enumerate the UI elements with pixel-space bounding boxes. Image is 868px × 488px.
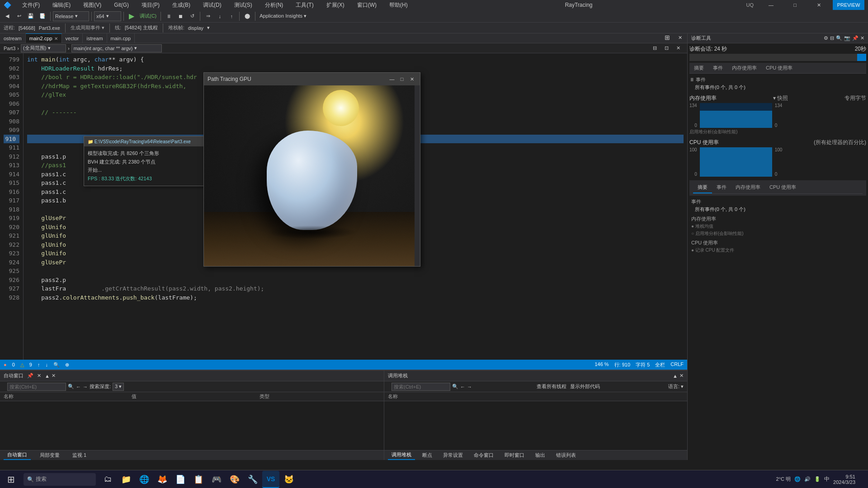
diag-tab-events2[interactable]: 事件 xyxy=(712,182,731,193)
toolbar-back[interactable]: ◀ xyxy=(2,11,13,22)
diag-close-icon[interactable]: ✕ xyxy=(860,35,864,41)
taskbar-app-word[interactable]: 📄 xyxy=(172,471,189,488)
taskbar-app-paint[interactable]: 🎨 xyxy=(226,471,243,488)
menu-test[interactable]: 测试(S) xyxy=(231,0,256,10)
diag-tab-memory2[interactable]: 内存使用率 xyxy=(731,182,765,193)
toolbar-breakpoints[interactable]: ⬤ xyxy=(242,11,253,22)
debug-display[interactable]: display xyxy=(188,25,203,31)
tab-vector[interactable]: vector xyxy=(62,33,83,43)
taskbar-app-clipboard[interactable]: 📋 xyxy=(190,471,207,488)
close-tab-group-btn[interactable]: ✕ xyxy=(675,33,685,43)
taskbar-app-cat[interactable]: 🐱 xyxy=(280,471,297,488)
console-popup[interactable]: 📁 E:\VS5\code\RayTracing\x64\Release\Par… xyxy=(84,136,224,186)
menu-git[interactable]: Git(G) xyxy=(110,0,132,10)
menu-file[interactable]: 文件(F) xyxy=(19,0,43,10)
maximize-panel-btn[interactable]: ▲ xyxy=(45,373,50,379)
menu-edit[interactable]: 编辑(E) xyxy=(49,0,74,10)
tab-errorlist[interactable]: 错误列表 xyxy=(552,451,580,460)
menu-tools[interactable]: 工具(T) xyxy=(292,0,317,10)
close-editor-btn[interactable]: ✕ xyxy=(673,43,684,54)
taskbar-app-files[interactable]: 🗂 xyxy=(99,471,117,488)
toolbar-undo[interactable]: ↩ xyxy=(14,11,24,22)
tab-events[interactable]: 事件 xyxy=(708,63,727,73)
status-filter-icon[interactable]: 🔍 xyxy=(53,362,60,368)
tab-memory[interactable]: 内存使用率 xyxy=(727,63,761,73)
taskbar-app-firefox[interactable]: 🦊 xyxy=(154,471,171,488)
pin-icon[interactable]: 📌 xyxy=(27,373,33,379)
toolbar-restart[interactable]: ↺ xyxy=(187,11,198,22)
tab-output[interactable]: 输出 xyxy=(532,451,549,460)
tab-maincpp[interactable]: main.cpp xyxy=(107,33,135,43)
tab-main2cpp-close[interactable]: ✕ xyxy=(54,36,58,41)
minimize-button[interactable]: — xyxy=(761,0,781,10)
maximize-editor-btn[interactable]: ⊡ xyxy=(661,43,672,54)
diag-pin-icon[interactable]: 📌 xyxy=(852,35,859,41)
path-tracing-window[interactable]: Path Tracing GPU — □ ✕ xyxy=(203,72,420,267)
preview-button[interactable]: PREVIEW xyxy=(833,0,864,10)
toolbar-save[interactable]: 💾 xyxy=(25,11,36,22)
heap-link2[interactable]: ● 堆栈均值 xyxy=(691,223,864,230)
menu-view[interactable]: 视图(V) xyxy=(80,0,105,10)
maximize-callstack-btn[interactable]: ▲ xyxy=(673,373,678,379)
menu-debug[interactable]: 调试(D) xyxy=(199,0,225,10)
split-editor-btn[interactable]: ⊞ xyxy=(662,33,673,43)
taskbar-network-icon[interactable]: 🌐 xyxy=(794,476,801,482)
diag-tab-summary[interactable]: 摘要 xyxy=(693,182,712,193)
heap-analysis2[interactable]: ○ 启用堆分析(会影响性能) xyxy=(691,230,864,237)
platform-dropdown[interactable]: x64 ▾ xyxy=(94,11,121,21)
debug-dropdown-arrow[interactable]: ▾ xyxy=(207,25,210,31)
maximize-button[interactable]: □ xyxy=(785,0,805,10)
tab-exceptions[interactable]: 异常设置 xyxy=(439,451,467,460)
menu-window[interactable]: 窗口(W) xyxy=(354,0,380,10)
callstack-next-btn[interactable]: → xyxy=(467,384,472,389)
diag-camera-icon[interactable]: 📷 xyxy=(844,35,850,41)
cpu-config-link[interactable]: ● 记录 CPU 配置文件 xyxy=(691,247,864,253)
menu-help[interactable]: 帮助(H) xyxy=(386,0,411,10)
pt-maximize-btn[interactable]: □ xyxy=(397,75,406,84)
menu-build[interactable]: 生成(B) xyxy=(169,0,194,10)
view-all-threads-btn[interactable]: 查看所有线程 xyxy=(537,383,566,390)
toolbar-pause[interactable]: ⏸ xyxy=(163,11,174,22)
diag-split-icon[interactable]: ⊟ xyxy=(830,35,834,41)
build-config-dropdown[interactable]: Release ▾ xyxy=(53,11,89,21)
path-tracing-title-bar[interactable]: Path Tracing GPU — □ ✕ xyxy=(204,73,420,85)
tab-cpu[interactable]: CPU 使用率 xyxy=(761,63,797,73)
taskbar-volume-icon[interactable]: 🔊 xyxy=(804,476,811,482)
split-btn[interactable]: ⊟ xyxy=(649,43,660,54)
taskbar-input-icon[interactable]: 中 xyxy=(824,475,830,483)
status-down[interactable]: ↓ xyxy=(45,362,48,367)
menu-analyze[interactable]: 分析(N) xyxy=(261,0,287,10)
toolbar-stepover[interactable]: ⇒ xyxy=(203,11,213,22)
show-external-code-btn[interactable]: 显示外部代码 xyxy=(570,383,600,390)
tab-immediate[interactable]: 即时窗口 xyxy=(501,451,528,460)
status-diff-icon[interactable]: ⊕ xyxy=(65,362,69,368)
tab-breakpoints[interactable]: 断点 xyxy=(419,451,436,460)
tab-command[interactable]: 命令窗口 xyxy=(470,451,497,460)
taskbar-app-explorer[interactable]: 📁 xyxy=(118,471,135,488)
close-button[interactable]: ✕ xyxy=(809,0,829,10)
callstack-prev-btn[interactable]: ← xyxy=(460,384,465,389)
tab-auto-window[interactable]: 自动窗口 xyxy=(4,450,31,460)
tab-summary[interactable]: 摘要 xyxy=(689,63,708,73)
tab-ostream[interactable]: ostream xyxy=(0,33,26,43)
start-button[interactable]: ⊞ xyxy=(0,470,22,488)
run-button[interactable]: ▶ xyxy=(126,11,137,22)
app-insights-label[interactable]: Application Insights ▾ xyxy=(258,11,308,22)
func-dropdown[interactable]: main(int argc, char ** argv) ▾ xyxy=(71,44,162,52)
callstack-search-icon[interactable]: 🔍 xyxy=(452,384,458,389)
close-callstack-btn[interactable]: ✕ xyxy=(679,373,684,379)
diag-search-icon[interactable]: 🔍 xyxy=(836,35,842,41)
pt-scrollbar[interactable] xyxy=(415,85,420,266)
pt-minimize-btn[interactable]: — xyxy=(387,75,396,84)
menu-project[interactable]: 项目(P) xyxy=(138,0,163,10)
depth-value[interactable]: 3 ▾ xyxy=(113,383,124,391)
taskbar-app-tools[interactable]: 🔧 xyxy=(244,471,261,488)
tab-callstack[interactable]: 调用堆栈 xyxy=(388,450,415,460)
pause-icon[interactable]: ⏸ xyxy=(689,77,694,82)
taskbar-app-vs[interactable]: VS xyxy=(262,471,279,488)
prev-result-btn[interactable]: ← xyxy=(76,384,81,389)
taskbar-datetime[interactable]: 9:51 2024/3/23 xyxy=(833,474,855,485)
debug-lifecycle-label[interactable]: 生成周期事件 ▾ xyxy=(71,24,104,31)
pt-close-btn[interactable]: ✕ xyxy=(407,75,416,84)
lang-dropdown[interactable]: ▾ xyxy=(681,384,684,389)
